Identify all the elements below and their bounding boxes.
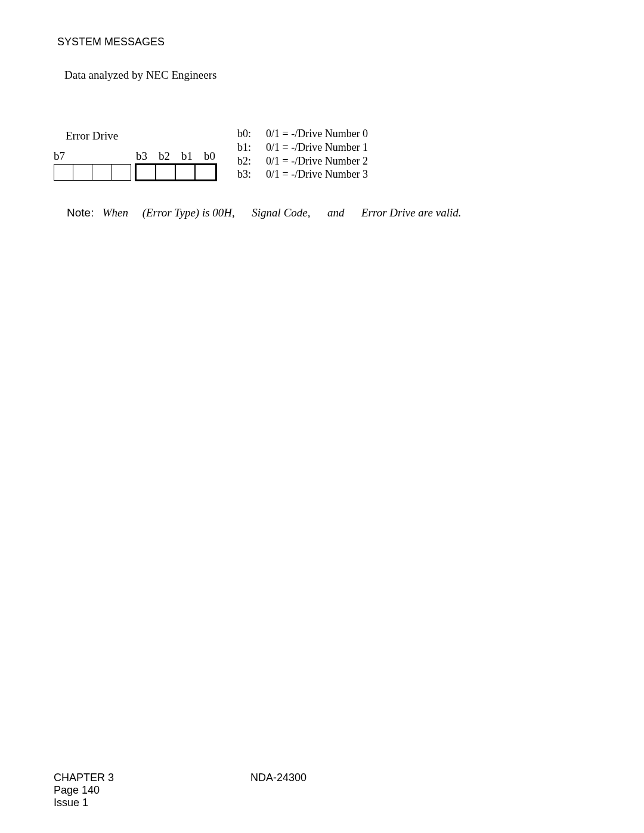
note-text-d: and	[327, 206, 345, 219]
bit-cell	[156, 165, 176, 179]
bits3-0-cells	[135, 163, 217, 181]
bit-key: b2:	[237, 156, 255, 168]
bit-cell	[92, 165, 112, 180]
footer-page: Page 140	[54, 784, 114, 797]
bit-cell	[112, 165, 131, 180]
bit-key: b3:	[237, 169, 255, 181]
bit-cell	[137, 165, 156, 179]
document-page: SYSTEM MESSAGES Data analyzed by NEC Eng…	[0, 0, 644, 833]
note-text-b: (Error Type) is 00H,	[143, 206, 235, 219]
bit7-label: b7	[54, 150, 65, 163]
footer-chapter: CHAPTER 3	[54, 772, 114, 784]
bit-cell	[176, 165, 196, 179]
page-title: SYSTEM MESSAGES	[57, 36, 590, 48]
note-text-e: Error Drive are valid.	[361, 206, 461, 219]
bit-def-row: b1: 0/1 = -/Drive Number 1	[237, 142, 368, 154]
bit-def-row: b2: 0/1 = -/Drive Number 2	[237, 156, 368, 168]
bit-definitions: b0: 0/1 = -/Drive Number 0 b1: 0/1 = -/D…	[237, 128, 368, 182]
bit-def-row: b0: 0/1 = -/Drive Number 0	[237, 128, 368, 140]
bits7-4-cells	[54, 164, 131, 181]
subtitle: Data analyzed by NEC Engineers	[64, 69, 590, 82]
note-text-c: Signal Code,	[252, 206, 310, 219]
bit-key: b1:	[237, 142, 255, 154]
note-label: Note:	[67, 206, 94, 219]
bit-value: 0/1 = -/Drive Number 0	[266, 128, 368, 140]
byte-cells	[54, 164, 217, 181]
bit-def-row: b3: 0/1 = -/Drive Number 3	[237, 169, 368, 181]
error-drive-diagram: Error Drive b7 b3 b2 b1 b0	[54, 129, 590, 182]
footer-doc-number: NDA-24300	[250, 772, 306, 784]
footer-issue: Issue 1	[54, 797, 114, 809]
bits3-0-labels: b3 b2 b1 b0	[136, 150, 215, 163]
bit-cell	[54, 165, 73, 180]
bit-cell	[196, 165, 215, 179]
bit-cell	[73, 165, 92, 180]
bit-key: b0:	[237, 128, 255, 140]
bit-value: 0/1 = -/Drive Number 2	[266, 156, 368, 168]
note-line: Note: When (Error Type) is 00H, Signal C…	[67, 206, 590, 219]
bit-value: 0/1 = -/Drive Number 1	[266, 142, 368, 154]
footer-left: CHAPTER 3 Page 140 Issue 1	[54, 772, 114, 809]
bit-value: 0/1 = -/Drive Number 3	[266, 169, 368, 181]
error-drive-label: Error Drive	[66, 129, 118, 143]
page-footer: CHAPTER 3 Page 140 Issue 1 NDA-24300	[54, 772, 590, 809]
note-text-a: When	[103, 206, 131, 219]
